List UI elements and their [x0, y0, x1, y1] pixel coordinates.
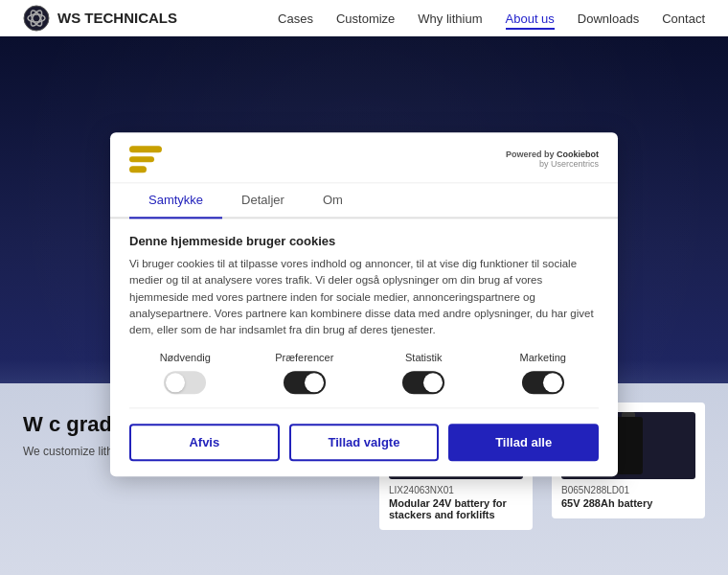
logo-bar-3 [129, 167, 147, 173]
nav-links: Cases Customize Why lithium About us Dow… [278, 10, 705, 27]
toggle-praeferencer: Præferencer [249, 353, 361, 395]
battery-icon-2 [614, 417, 643, 474]
reject-button[interactable]: Afvis [129, 425, 280, 462]
tab-om[interactable]: Om [304, 183, 362, 218]
cookiebot-sub: by Usercentrics [506, 159, 599, 169]
toggle-nodvendig: Nødvendig [129, 353, 241, 395]
toggle-nodvendig-switch[interactable] [164, 372, 206, 395]
modal-logo [129, 146, 164, 172]
tab-samtykke[interactable]: Samtykke [129, 183, 222, 218]
modal-title: Denne hjemmeside bruger cookies [129, 234, 599, 248]
toggle-nodvendig-label: Nødvendig [160, 353, 211, 364]
buttons-row: Afvis Tillad valgte Tillad alle [129, 425, 599, 462]
toggles-row: Nødvendig Præferencer Statistik Marketin… [129, 353, 599, 409]
toggle-marketing-label: Marketing [520, 353, 566, 364]
toggle-statistik-switch[interactable] [402, 372, 444, 395]
nav-customize[interactable]: Customize [336, 10, 395, 27]
nav-cases[interactable]: Cases [278, 10, 313, 27]
modal-header: Powered by Cookiebot by Usercentrics [110, 132, 618, 183]
toggle-statistik: Statistik [368, 353, 480, 395]
tab-detaljer[interactable]: Detaljer [222, 183, 304, 218]
product-name-2: 65V 288Ah battery [561, 497, 695, 509]
brand-name: WS TECHNICALS [57, 10, 177, 26]
allow-selected-button[interactable]: Tillad valgte [289, 425, 440, 462]
allow-all-button[interactable]: Tillad alle [448, 425, 599, 462]
toggle-statistik-label: Statistik [405, 353, 443, 364]
logo-bar-2 [129, 156, 154, 163]
toggle-praeferencer-switch[interactable] [284, 372, 326, 395]
product-id-1: LIX24063NX01 [389, 485, 523, 495]
product-name-1: Modular 24V battery for stackers and for… [389, 497, 523, 520]
modal-tabs: Samtykke Detaljer Om [110, 183, 618, 218]
nav-downloads[interactable]: Downloads [578, 10, 639, 27]
logo-bar-1 [129, 146, 162, 152]
toggle-praeferencer-label: Præferencer [275, 353, 333, 364]
toggle-marketing: Marketing [488, 353, 600, 395]
modal-body: Denne hjemmeside bruger cookies Vi bruge… [110, 218, 618, 476]
nav-why-lithium[interactable]: Why lithium [418, 10, 482, 27]
modal-description: Vi bruger cookies til at tilpasse vores … [129, 256, 599, 338]
nav-contact[interactable]: Contact [662, 10, 705, 27]
nav-about-us[interactable]: About us [506, 10, 555, 27]
powered-by-label: Powered by Cookiebot [506, 150, 599, 159]
toggle-marketing-switch[interactable] [522, 372, 564, 395]
product-id-2: B065N288LD01 [561, 485, 695, 495]
brand-icon [23, 5, 50, 32]
brand-logo[interactable]: WS TECHNICALS [23, 5, 177, 32]
cookie-modal: Powered by Cookiebot by Usercentrics Sam… [110, 132, 618, 476]
navbar: WS TECHNICALS Cases Customize Why lithiu… [0, 0, 728, 36]
cookiebot-badge: Powered by Cookiebot by Usercentrics [506, 150, 599, 169]
